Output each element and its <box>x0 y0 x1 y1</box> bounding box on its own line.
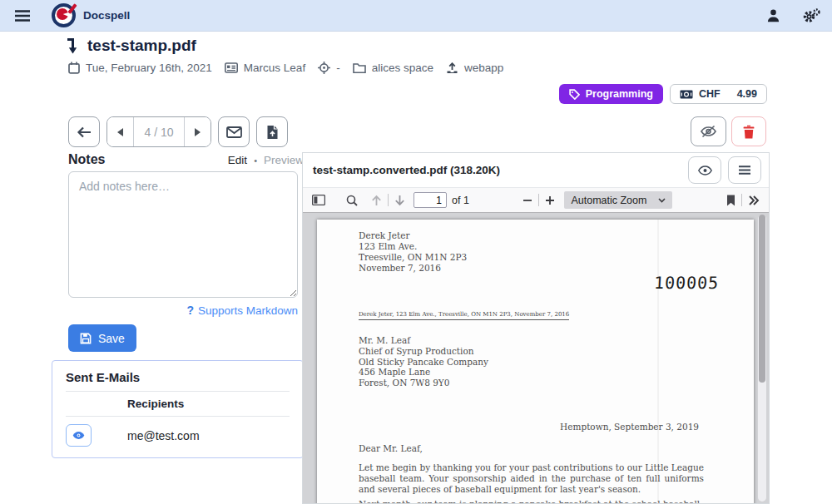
email-recipient: me@test.com <box>127 429 200 442</box>
letter-recipient-block: Mr. M. Leaf Chief of Syrup Production Ol… <box>359 335 488 388</box>
pdf-scrollbar[interactable] <box>758 215 766 502</box>
id-card-icon <box>225 62 238 73</box>
trash-icon <box>743 125 755 139</box>
zoom-in-button[interactable] <box>543 194 557 207</box>
save-notes-button[interactable]: Save <box>68 324 136 352</box>
gears-icon <box>802 8 820 23</box>
arrow-down-icon <box>394 195 405 206</box>
letter-place-date: Hemptown, September 3, 2019 <box>560 422 699 432</box>
page-indicator: 4 / 10 <box>134 117 184 146</box>
item-actions-right <box>691 116 766 146</box>
item-correspondent[interactable]: Marcus Leaf <box>225 62 305 74</box>
banknote-icon <box>680 90 693 99</box>
item-source[interactable]: webapp <box>446 62 503 74</box>
pdf-page: Derek Jeter 123 Elm Ave. Treesville, ON … <box>317 220 754 503</box>
file-upload-icon <box>266 125 279 140</box>
notes-preview-tab[interactable]: Preview <box>264 154 304 166</box>
chevron-down-icon <box>658 198 666 203</box>
amount-badge[interactable]: CHF 4.99 <box>670 84 767 104</box>
docspell-app: Docspell test-stam <box>0 0 832 504</box>
folder-icon <box>353 62 366 73</box>
envelope-icon <box>226 126 242 138</box>
preview-toggle-button[interactable] <box>688 156 721 184</box>
tag-badge[interactable]: Programming <box>559 84 663 104</box>
arrow-up-icon <box>371 195 382 206</box>
level-down-icon <box>67 37 79 55</box>
letter-salutation: Dear Mr. Leaf, <box>359 443 423 453</box>
send-mail-button[interactable] <box>218 116 250 147</box>
page-count-label: of 1 <box>452 195 469 206</box>
tag-icon <box>569 89 580 100</box>
help-icon: ? <box>186 304 194 317</box>
tag-row: Programming CHF 4.99 <box>559 84 767 104</box>
floppy-icon <box>80 333 92 344</box>
hide-item-button[interactable] <box>691 116 726 146</box>
pdf-scrollbar-thumb[interactable] <box>759 215 765 383</box>
minus-icon <box>522 195 532 205</box>
previous-page-button[interactable] <box>369 193 384 208</box>
item-actions-left: 4 / 10 <box>68 116 288 147</box>
letter-body-paragraph: Let me begin by thanking you for your pa… <box>359 462 704 496</box>
notes-edit-tab[interactable]: Edit <box>228 154 247 166</box>
menu-toggle-button[interactable] <box>12 7 33 25</box>
sent-email-row: me@test.com <box>66 417 290 447</box>
hamburger-icon <box>15 10 30 22</box>
markdown-help-link[interactable]: Supports Markdown <box>198 304 298 317</box>
document-stamp-number: 100005 <box>653 273 720 293</box>
caret-right-icon <box>195 128 201 136</box>
item-title-row: test-stamp.pdf <box>67 37 196 55</box>
item-folder[interactable]: alices space <box>353 62 433 74</box>
page-nav-group: 4 / 10 <box>106 116 211 147</box>
calendar-icon <box>68 62 80 74</box>
sent-emails-heading: Sent E-Mails <box>66 370 290 392</box>
add-file-button[interactable] <box>256 116 288 147</box>
upload-icon <box>446 62 458 74</box>
zoom-out-button[interactable] <box>521 194 534 207</box>
item-date[interactable]: Tue, February 16th, 2021 <box>68 62 212 74</box>
item-title: test-stamp.pdf <box>87 37 196 55</box>
bookmark-icon <box>726 195 735 206</box>
item-concerning[interactable]: - <box>318 62 340 74</box>
navbar-right <box>766 8 820 23</box>
page-number-input[interactable] <box>414 192 447 208</box>
menu-lines-icon <box>739 166 750 175</box>
letter-sender-compact-line: Derek Jeter, 123 Elm Ave., Treesville, O… <box>359 311 569 320</box>
search-button[interactable] <box>344 193 359 208</box>
next-page-button[interactable] <box>393 193 407 208</box>
next-item-button[interactable] <box>184 117 210 146</box>
docspell-logo-icon <box>52 3 76 27</box>
pdfjs-toolbar: of 1 Automatic Zoom <box>303 188 769 213</box>
bookmark-button[interactable] <box>725 193 737 208</box>
caret-left-icon <box>117 128 123 136</box>
sidebar-toggle-button[interactable] <box>310 193 327 207</box>
notes-heading: Notes <box>68 152 105 167</box>
app-brand[interactable]: Docspell <box>52 3 130 27</box>
letter-sender-block: Derek Jeter 123 Elm Ave. Treesville, ON … <box>359 230 467 274</box>
recipients-column-header: Recipients <box>127 398 184 410</box>
user-menu-button[interactable] <box>766 8 780 22</box>
item-meta-row: Tue, February 16th, 2021 Marcus Leaf - a… <box>68 62 503 74</box>
item-detail-sidebar: Notes Edit • Preview ?Supports Markdown … <box>52 152 304 458</box>
settings-menu-button[interactable] <box>802 8 820 23</box>
eye-slash-icon <box>700 125 717 138</box>
back-button[interactable] <box>68 116 100 147</box>
notes-mode-separator: • <box>254 156 257 166</box>
pdf-viewport[interactable]: Derek Jeter 123 Elm Ave. Treesville, ON … <box>303 213 769 503</box>
more-tools-button[interactable] <box>746 194 761 207</box>
top-navbar: Docspell <box>0 0 832 32</box>
prev-item-button[interactable] <box>107 117 134 146</box>
user-icon <box>766 8 780 22</box>
pdf-file-title: test-stamp.converted.pdf (318.20K) <box>313 164 500 176</box>
delete-item-button[interactable] <box>731 116 766 146</box>
eye-icon <box>698 166 712 175</box>
view-email-button[interactable] <box>66 424 92 447</box>
pdf-menu-button[interactable] <box>728 156 761 184</box>
zoom-level-select[interactable]: Automatic Zoom <box>564 191 672 209</box>
double-chevron-right-icon <box>748 195 760 205</box>
pdf-viewer-panel: test-stamp.converted.pdf (318.20K) <box>302 152 770 504</box>
notes-input[interactable] <box>68 171 298 298</box>
pdf-header: test-stamp.converted.pdf (318.20K) <box>303 153 769 188</box>
app-title: Docspell <box>83 9 130 22</box>
sidebar-toggle-icon <box>312 195 325 205</box>
arrow-left-icon <box>77 126 92 138</box>
